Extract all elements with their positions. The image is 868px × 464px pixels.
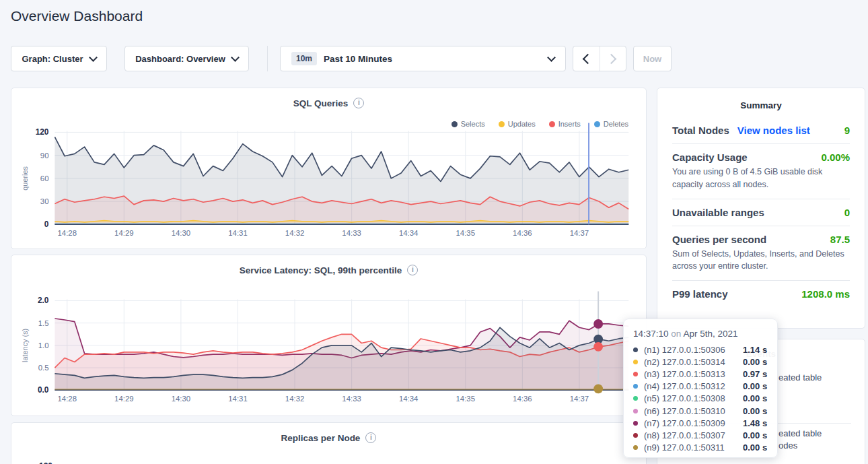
unavailable-ranges-value: 0	[844, 207, 850, 218]
y-tick-label: 30	[40, 197, 49, 205]
info-icon[interactable]: i	[407, 265, 418, 275]
x-tick-label: 14:30	[172, 229, 191, 237]
time-step-button-group	[573, 46, 626, 71]
crosshair-dot	[593, 342, 603, 352]
event-text-fragment: eated table	[779, 372, 822, 383]
chevron-down-icon	[89, 53, 98, 62]
x-tick-label: 14:33	[342, 229, 361, 237]
replicas-per-node-panel: Replicas per Node i 120	[11, 422, 647, 464]
summary-row-qps: Queries per second 87.5 Sum of Selects, …	[672, 226, 850, 281]
total-nodes-label: Total Nodes	[672, 125, 729, 136]
dashboard-dropdown[interactable]: Dashboard: Overview	[124, 46, 249, 71]
legend-label: Updates	[508, 120, 536, 128]
crosshair-dot	[593, 319, 603, 329]
tooltip-node-value: 0.00 s	[743, 442, 767, 453]
capacity-description: You are using 0 B of 4.5 GiB usable disk…	[672, 166, 850, 191]
time-range-selector[interactable]: 10m Past 10 Minutes	[280, 46, 566, 71]
x-tick-label: 14:32	[285, 395, 305, 403]
x-tick-label: 14:31	[228, 395, 248, 403]
tooltip-row: (n6) 127.0.0.1:503100.00 s	[632, 405, 769, 417]
y-tick-label: 90	[40, 152, 49, 160]
qps-label: Queries per second	[672, 234, 766, 245]
tooltip-node-label: (n2) 127.0.0.1:50314	[644, 357, 743, 367]
chart-title: SQL Queries	[293, 98, 349, 108]
legend-item-deletes[interactable]: Deletes	[594, 120, 628, 128]
graph-scope-dropdown-label: Graph: Cluster	[22, 54, 83, 64]
chevron-right-icon	[606, 53, 617, 64]
tooltip-timestamp: 14:37:10 on Apr 5th, 2021	[633, 329, 769, 339]
x-tick-label: 14:34	[399, 395, 419, 403]
series-color-dot	[633, 433, 638, 438]
tooltip-row: (n9) 127.0.0.1:503110.00 s	[632, 442, 769, 454]
chevron-down-icon	[231, 53, 240, 62]
p99-latency-label: P99 latency	[672, 288, 728, 300]
summary-title: Summary	[672, 100, 850, 110]
legend-label: Inserts	[558, 120, 581, 128]
time-step-forward-button[interactable]	[600, 46, 626, 71]
tooltip-rows: (n1) 127.0.0.1:503061.14 s(n2) 127.0.0.1…	[632, 343, 769, 454]
tooltip-node-label: (n9) 127.0.0.1:50311	[644, 442, 743, 453]
legend-color-dot	[594, 121, 600, 127]
series-color-dot	[633, 384, 638, 389]
tooltip-node-label: (n6) 127.0.0.1:50310	[644, 406, 743, 416]
y-axis-title: queries	[21, 166, 29, 190]
x-tick-label: 14:37	[570, 229, 589, 237]
tooltip-node-value: 0.00 s	[743, 430, 767, 440]
sql-queries-title-row: SQL Queries i	[11, 98, 646, 108]
summary-panel: Summary Total Nodes View nodes list 9 Ca…	[657, 88, 865, 329]
legend-label: Deletes	[604, 120, 628, 128]
tooltip-node-label: (n4) 127.0.0.1:50312	[644, 381, 743, 391]
chart-title: Service Latency: SQL, 99th percentile	[240, 265, 402, 275]
dashboard-dropdown-label: Dashboard: Overview	[135, 54, 225, 64]
series-color-dot	[633, 409, 638, 413]
view-nodes-list-link[interactable]: View nodes list	[737, 125, 810, 136]
x-tick-label: 14:29	[114, 395, 134, 403]
x-tick-label: 14:37	[570, 395, 589, 403]
tooltip-node-label: (n3) 127.0.0.1:50313	[644, 369, 743, 379]
y-tick-label: 60	[40, 174, 49, 183]
crosshair-dot	[593, 384, 603, 393]
tooltip-row: (n7) 127.0.0.1:503091.48 s	[632, 417, 769, 429]
y-tick-label: 0.0	[38, 385, 49, 395]
chart-title: Replicas per Node	[281, 433, 361, 443]
y-tick-label: 1.5	[38, 319, 49, 327]
tooltip-row: (n3) 127.0.0.1:503130.97 s	[632, 368, 769, 380]
graph-scope-dropdown[interactable]: Graph: Cluster	[11, 46, 107, 71]
overview-dashboard-page: Overview Dashboard Graph: Cluster Dashbo…	[0, 0, 868, 464]
summary-row-unavailable-ranges: Unavailable ranges 0	[672, 199, 850, 226]
chart-legend: SelectsUpdatesInsertsDeletes	[451, 120, 628, 128]
legend-item-inserts[interactable]: Inserts	[549, 120, 581, 128]
x-tick-label: 14:36	[513, 229, 532, 237]
toolbar-divider	[267, 46, 268, 71]
tooltip-on-word: on	[671, 329, 681, 339]
sql-queries-chart[interactable]: 030609012014:2814:2914:3014:3114:3214:33…	[11, 88, 646, 248]
x-tick-label: 14:32	[285, 229, 305, 237]
tooltip-node-label: (n1) 127.0.0.1:50306	[644, 345, 743, 355]
tooltip-node-value: 0.00 s	[743, 381, 767, 391]
tooltip-row: (n2) 127.0.0.1:503140.00 s	[632, 356, 769, 368]
service-latency-chart[interactable]: 0.00.51.01.52.014:2814:2914:3014:3114:32…	[11, 255, 646, 416]
y-tick-label: 0.5	[38, 364, 49, 372]
tooltip-row: (n1) 127.0.0.1:503061.14 s	[632, 343, 769, 356]
y-tick-label: 2.0	[38, 296, 49, 305]
time-step-back-button[interactable]	[573, 46, 600, 71]
tooltip-node-label: (n8) 127.0.0.1:50307	[644, 430, 743, 440]
replicas-title-row: Replicas per Node i	[11, 432, 646, 443]
total-nodes-value: 9	[844, 125, 850, 136]
info-icon[interactable]: i	[353, 98, 364, 108]
tooltip-node-value: 0.00 s	[743, 406, 767, 416]
now-button[interactable]: Now	[633, 46, 672, 71]
legend-label: Selects	[461, 120, 485, 128]
tooltip-node-value: 0.00 s	[743, 393, 767, 403]
legend-item-selects[interactable]: Selects	[451, 120, 485, 128]
x-tick-label: 14:33	[342, 395, 361, 403]
legend-item-updates[interactable]: Updates	[499, 120, 536, 128]
info-icon[interactable]: i	[365, 432, 376, 443]
tooltip-node-value: 1.48 s	[743, 418, 767, 428]
x-tick-label: 14:28	[57, 229, 77, 237]
tooltip-node-value: 0.00 s	[743, 357, 767, 367]
legend-color-dot	[549, 121, 555, 127]
tooltip-row: (n8) 127.0.0.1:503070.00 s	[632, 429, 769, 441]
event-text-fragment: eated table	[779, 428, 822, 438]
tooltip-node-label: (n7) 127.0.0.1:50309	[644, 418, 743, 428]
